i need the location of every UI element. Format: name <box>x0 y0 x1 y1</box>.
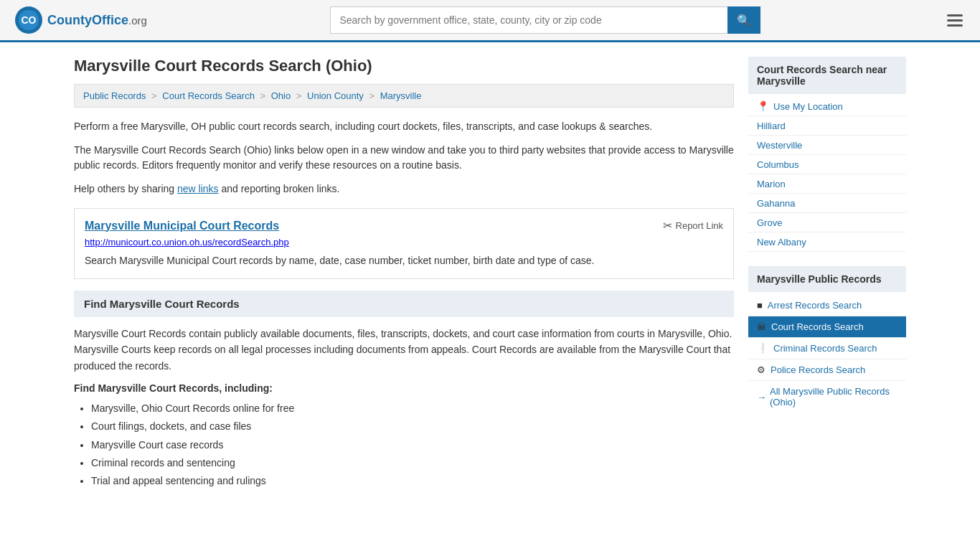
record-link-url[interactable]: http://municourt.co.union.oh.us/recordSe… <box>85 237 723 248</box>
description-1: Perform a free Marysville, OH public cou… <box>74 119 734 134</box>
countyoffice-logo-icon: CO <box>14 6 43 34</box>
menu-icon[interactable] <box>944 11 966 29</box>
content-wrapper: Marysville Court Records Search (Ohio) P… <box>60 42 920 504</box>
criminal-records-icon: ❕ <box>757 343 768 354</box>
description-2: The Marysville Court Records Search (Ohi… <box>74 143 734 173</box>
breadcrumb-public-records[interactable]: Public Records <box>83 90 146 101</box>
breadcrumb-court-records-search[interactable]: Court Records Search <box>162 90 255 101</box>
arrest-records-item[interactable]: ■ Arrest Records Search <box>748 295 906 316</box>
criminal-records-item[interactable]: ❕ Criminal Records Search <box>748 338 906 359</box>
court-records-item[interactable]: 🏛 Court Records Search <box>748 316 906 338</box>
breadcrumb-sep-1: > <box>151 90 157 101</box>
all-public-records-link[interactable]: → All Marysville Public Records (Ohio) <box>757 386 897 408</box>
list-item: Marysville, Ohio Court Records online fo… <box>91 400 734 418</box>
all-records-link[interactable]: → All Marysville Public Records (Ohio) <box>748 381 906 413</box>
list-item[interactable]: Hilliard <box>748 116 906 136</box>
all-records-label: All Marysville Public Records (Ohio) <box>770 386 897 408</box>
logo-area: CO CountyOffice.org <box>14 6 147 34</box>
page-title: Marysville Court Records Search (Ohio) <box>74 57 734 75</box>
main-content: Marysville Court Records Search (Ohio) P… <box>74 57 734 490</box>
search-bar: 🔍 <box>330 6 760 34</box>
sidebar-nearby-list: 📍 Use My Location Hilliard Westerville C… <box>748 97 906 252</box>
breadcrumb-union-county[interactable]: Union County <box>307 90 364 101</box>
arrest-records-link[interactable]: Arrest Records Search <box>768 300 862 311</box>
record-url-link[interactable]: http://municourt.co.union.oh.us/recordSe… <box>85 237 289 248</box>
breadcrumb-sep-2: > <box>260 90 266 101</box>
search-button[interactable]: 🔍 <box>727 6 760 34</box>
hilliard-link[interactable]: Hilliard <box>757 121 786 131</box>
header: CO CountyOffice.org 🔍 <box>0 0 980 42</box>
arrow-icon: → <box>757 392 766 402</box>
grove-link[interactable]: Grove <box>757 217 782 228</box>
find-records-header: Find Marysville Court Records <box>74 291 734 317</box>
municipal-court-records-link[interactable]: Marysville Municipal Court Records <box>85 220 279 232</box>
sidebar-nearby-title: Court Records Search near Marysville <box>748 57 906 94</box>
description-3: Help others by sharing new links and rep… <box>74 182 734 197</box>
desc3-prefix: Help others by sharing <box>74 183 177 194</box>
list-item: Criminal records and sentencing <box>91 454 734 472</box>
report-link-button[interactable]: ✂ Report Link <box>663 219 723 232</box>
court-records-link[interactable]: Court Records Search <box>771 321 864 332</box>
find-records-list: Marysville, Ohio Court Records online fo… <box>74 400 734 490</box>
marion-link[interactable]: Marion <box>757 179 786 189</box>
breadcrumb-sep-3: > <box>296 90 302 101</box>
new-albany-link[interactable]: New Albany <box>757 237 806 248</box>
list-item: Trial and appeal sentencing and rulings <box>91 472 734 490</box>
desc3-suffix: and reporting broken links. <box>219 183 340 194</box>
sidebar-public-records-list: ■ Arrest Records Search 🏛 Court Records … <box>748 295 906 381</box>
report-link-label: Report Link <box>676 220 723 231</box>
find-records-subheader: Find Marysville Court Records, including… <box>74 382 734 394</box>
breadcrumb: Public Records > Court Records Search > … <box>74 84 734 108</box>
list-item[interactable]: Westerville <box>748 136 906 155</box>
location-pin-icon: 📍 <box>757 100 769 112</box>
list-item: Court filings, dockets, and case files <box>91 418 734 435</box>
svg-text:CO: CO <box>22 14 37 26</box>
breadcrumb-ohio[interactable]: Ohio <box>271 90 291 101</box>
use-my-location-link[interactable]: Use My Location <box>773 101 843 112</box>
list-item[interactable]: New Albany <box>748 232 906 252</box>
police-records-icon: ⚙ <box>757 364 765 375</box>
sidebar: Court Records Search near Marysville 📍 U… <box>748 57 906 490</box>
breadcrumb-marysville[interactable]: Marysville <box>380 90 422 101</box>
sidebar-use-location-item[interactable]: 📍 Use My Location <box>748 97 906 116</box>
list-item[interactable]: Gahanna <box>748 194 906 213</box>
search-icon: 🔍 <box>737 14 751 27</box>
report-link-icon: ✂ <box>663 219 672 232</box>
arrest-records-icon: ■ <box>757 300 763 311</box>
breadcrumb-sep-4: > <box>369 90 374 101</box>
record-link-description: Search Marysville Municipal Court record… <box>85 253 723 268</box>
westerville-link[interactable]: Westerville <box>757 140 802 151</box>
police-records-link[interactable]: Police Records Search <box>771 364 865 375</box>
list-item: Marysville Court case records <box>91 436 734 454</box>
sidebar-public-records: Marysville Public Records ■ Arrest Recor… <box>748 266 906 413</box>
gahanna-link[interactable]: Gahanna <box>757 198 796 209</box>
list-item[interactable]: Grove <box>748 213 906 232</box>
sidebar-nearby: Court Records Search near Marysville 📍 U… <box>748 57 906 252</box>
list-item[interactable]: Columbus <box>748 155 906 174</box>
criminal-records-link[interactable]: Criminal Records Search <box>773 343 877 354</box>
police-records-item[interactable]: ⚙ Police Records Search <box>748 359 906 381</box>
record-link-header: Marysville Municipal Court Records ✂ Rep… <box>85 219 723 232</box>
search-input[interactable] <box>330 6 727 34</box>
sidebar-public-records-title: Marysville Public Records <box>748 266 906 292</box>
find-records-section: Find Marysville Court Records Marysville… <box>74 291 734 490</box>
columbus-link[interactable]: Columbus <box>757 159 799 170</box>
find-records-description: Marysville Court Records contain publicl… <box>74 326 734 374</box>
logo-text: CountyOffice.org <box>47 13 147 28</box>
record-link-section: Marysville Municipal Court Records ✂ Rep… <box>74 208 734 279</box>
new-links-link[interactable]: new links <box>177 183 219 194</box>
list-item[interactable]: Marion <box>748 174 906 194</box>
court-records-icon: 🏛 <box>757 321 766 332</box>
